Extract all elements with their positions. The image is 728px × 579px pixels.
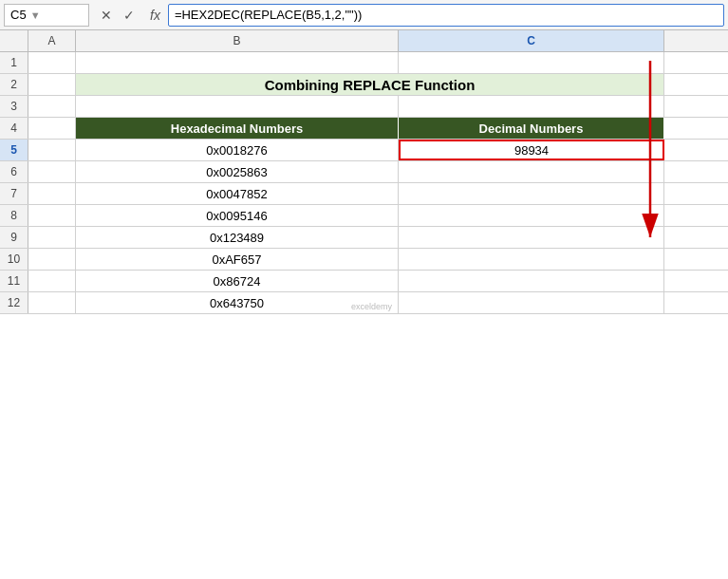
cell-a11[interactable]	[28, 271, 76, 291]
cell-c8[interactable]	[399, 205, 664, 226]
cell-a7[interactable]	[28, 183, 76, 204]
rows-container: 1 2 Combining REPLACE Function 3	[0, 52, 728, 314]
table-row: 6 0x0025863	[0, 161, 728, 183]
fb-dividers: ✕ ✓	[93, 6, 142, 25]
cancel-icon[interactable]: ✕	[97, 6, 116, 25]
cell-ref: C5	[10, 8, 27, 22]
table-row: 8 0x0095146	[0, 205, 728, 227]
row-header-8[interactable]: 8	[0, 205, 28, 226]
table-row: 9 0x123489	[0, 227, 728, 249]
cell-b3[interactable]	[76, 96, 399, 117]
cell-c7[interactable]	[399, 183, 664, 204]
cell-c4-header[interactable]: Decimal Numbers	[399, 118, 664, 139]
cell-c10[interactable]	[399, 249, 664, 270]
cell-c5[interactable]: 98934	[399, 140, 664, 160]
row-header-7[interactable]: 7	[0, 183, 28, 204]
cell-a10[interactable]	[28, 249, 76, 270]
row-header-6[interactable]: 6	[0, 161, 28, 182]
table-row: 5 0x0018276 98934	[0, 140, 728, 161]
cell-b12[interactable]: 0x643750 exceldemy	[76, 292, 399, 313]
cell-a12[interactable]	[28, 292, 76, 313]
table-row: 2 Combining REPLACE Function	[0, 74, 728, 96]
cell-a3[interactable]	[28, 96, 76, 117]
table-row: 3	[0, 96, 728, 118]
cell-a6[interactable]	[28, 161, 76, 182]
cell-b1[interactable]	[76, 52, 399, 73]
row-header-2[interactable]: 2	[0, 74, 28, 95]
table-row: 7 0x0047852	[0, 183, 728, 205]
table-row: 12 0x643750 exceldemy	[0, 292, 728, 314]
cell-a4[interactable]	[28, 118, 76, 139]
cell-a1[interactable]	[28, 52, 76, 73]
col-headers: A B C	[0, 30, 728, 52]
table-row: 11 0x86724	[0, 271, 728, 292]
cell-c6[interactable]	[399, 161, 664, 182]
cell-b11[interactable]: 0x86724	[76, 271, 399, 291]
col-header-a[interactable]: A	[28, 30, 76, 51]
title-cell[interactable]: Combining REPLACE Function	[76, 74, 664, 95]
col-header-c[interactable]: C	[399, 30, 664, 51]
corner-spacer	[0, 30, 28, 51]
cell-b5[interactable]: 0x0018276	[76, 140, 399, 160]
row-header-11[interactable]: 11	[0, 271, 28, 291]
formula-bar: C5 ▼ ✕ ✓ fx	[0, 0, 728, 30]
cell-b6[interactable]: 0x0025863	[76, 161, 399, 182]
row-header-3[interactable]: 3	[0, 96, 28, 117]
cell-a8[interactable]	[28, 205, 76, 226]
cell-b9[interactable]: 0x123489	[76, 227, 399, 248]
formula-input[interactable]	[168, 4, 724, 27]
cell-c3[interactable]	[399, 96, 664, 117]
row-header-1[interactable]: 1	[0, 52, 28, 73]
row-header-10[interactable]: 10	[0, 249, 28, 270]
cell-a2[interactable]	[28, 74, 76, 95]
row-header-4[interactable]: 4	[0, 118, 28, 139]
cell-a9[interactable]	[28, 227, 76, 248]
cell-c11[interactable]	[399, 271, 664, 291]
watermark-label: exceldemy	[351, 302, 392, 311]
cell-b10[interactable]: 0xAF657	[76, 249, 399, 270]
cell-b8[interactable]: 0x0095146	[76, 205, 399, 226]
table-row: 10 0xAF657	[0, 249, 728, 271]
sheet-area: A B C 1 2 Combining REPLA	[0, 30, 728, 579]
row-header-9[interactable]: 9	[0, 227, 28, 248]
cell-a5[interactable]	[28, 140, 76, 160]
cell-b4-header[interactable]: Hexadecimal Numbers	[76, 118, 399, 139]
cell-c1[interactable]	[399, 52, 664, 73]
app-wrapper: C5 ▼ ✕ ✓ fx A B C 1	[0, 0, 728, 579]
cell-name-box[interactable]: C5 ▼	[4, 4, 89, 27]
row-header-12[interactable]: 12	[0, 292, 28, 313]
confirm-icon[interactable]: ✓	[120, 6, 139, 25]
table-row: 1	[0, 52, 728, 74]
fx-label: fx	[146, 8, 164, 23]
col-header-b[interactable]: B	[76, 30, 399, 51]
row-header-5[interactable]: 5	[0, 140, 28, 160]
cell-c9[interactable]	[399, 227, 664, 248]
cell-b7[interactable]: 0x0047852	[76, 183, 399, 204]
cell-c12[interactable]	[399, 292, 664, 313]
table-row: 4 Hexadecimal Numbers Decimal Numbers	[0, 118, 728, 140]
